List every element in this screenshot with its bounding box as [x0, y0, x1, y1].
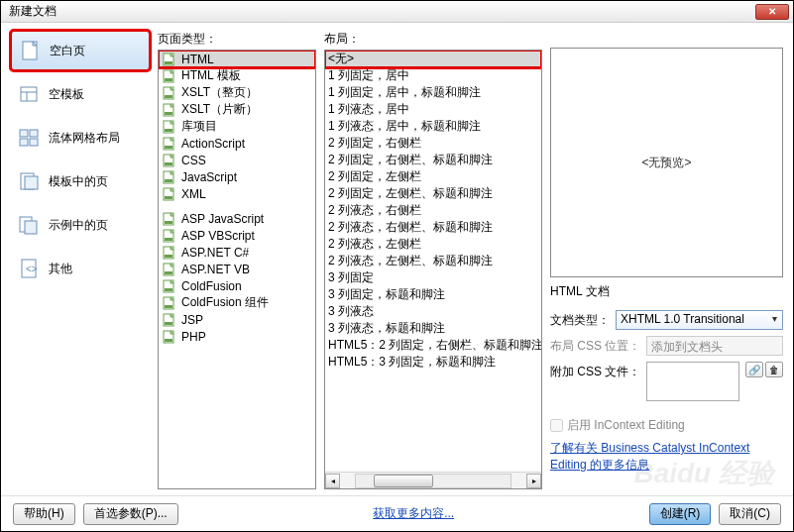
nav-fluid-grid[interactable]: 流体网格布局: [11, 118, 150, 158]
layout-item[interactable]: 3 列固定: [325, 269, 541, 286]
nav-blank-page[interactable]: 空白页: [11, 31, 150, 70]
page-type-item[interactable]: ColdFusion: [159, 277, 315, 294]
nav-example-page[interactable]: 示例中的页: [11, 205, 150, 245]
page-type-item[interactable]: ASP VBScript: [159, 227, 315, 244]
layout-item[interactable]: 2 列固定，右侧栏、标题和脚注: [325, 152, 541, 168]
new-document-dialog: 新建文档 ✕ 空白页 空模板 流体网格布局: [0, 0, 794, 532]
scroll-left-arrow[interactable]: ◂: [325, 474, 340, 488]
layout-item-label: HTML5：2 列固定，右侧栏、标题和脚注: [328, 337, 541, 354]
layout-list[interactable]: <无>1 列固定，居中1 列固定，居中，标题和脚注1 列液态，居中1 列液态，居…: [324, 50, 542, 489]
layout-item[interactable]: 1 列固定，居中: [325, 67, 541, 84]
layout-item[interactable]: 1 列液态，居中，标题和脚注: [325, 118, 541, 135]
svg-rect-27: [165, 162, 172, 165]
layout-item[interactable]: 2 列液态，右侧栏、标题和脚注: [325, 219, 541, 236]
preview-desc: HTML 文档: [550, 277, 783, 310]
nav-other[interactable]: <> 其他: [11, 249, 150, 288]
layout-item[interactable]: 2 列液态，左侧栏、标题和脚注: [325, 253, 541, 269]
scroll-track[interactable]: [355, 474, 511, 488]
page-type-item[interactable]: ASP.NET VB: [159, 261, 315, 277]
page-type-item[interactable]: XML: [159, 185, 315, 202]
enable-ice-checkbox: [550, 419, 563, 432]
page-type-item-label: ActionScript: [181, 137, 245, 151]
svg-rect-25: [165, 146, 172, 149]
svg-rect-15: [165, 61, 172, 64]
svg-rect-29: [165, 179, 172, 182]
page-type-item[interactable]: HTML 模板: [159, 67, 315, 84]
page-type-item[interactable]: PHP: [159, 328, 315, 345]
svg-rect-45: [165, 322, 172, 325]
layout-item-label: 3 列液态，标题和脚注: [328, 320, 445, 337]
attach-row: 附加 CSS 文件： 🔗 🗑: [550, 362, 783, 401]
layout-item[interactable]: 2 列固定，左侧栏、标题和脚注: [325, 185, 541, 202]
ice-info-link[interactable]: 了解有关 Business Catalyst InContext Editing…: [550, 440, 783, 474]
page-type-list[interactable]: HTMLHTML 模板XSLT（整页）XSLT（片断）库项目ActionScri…: [158, 50, 316, 489]
nav-label: 模板中的页: [49, 173, 108, 190]
layout-hscrollbar[interactable]: ◂ ▸: [325, 472, 541, 488]
layout-item[interactable]: HTML5：2 列固定，右侧栏、标题和脚注: [325, 337, 541, 354]
cancel-button[interactable]: 取消(C): [719, 503, 781, 525]
svg-rect-37: [165, 255, 172, 258]
layout-item[interactable]: 3 列液态，标题和脚注: [325, 320, 541, 337]
layout-header: 布局：: [324, 31, 542, 50]
template-page-icon: [17, 169, 41, 193]
close-button[interactable]: ✕: [755, 4, 789, 20]
layout-item[interactable]: HTML5：3 列固定，标题和脚注: [325, 354, 541, 371]
nav-label: 空白页: [50, 43, 85, 59]
svg-rect-41: [165, 288, 172, 291]
svg-rect-17: [165, 78, 172, 81]
page-type-item[interactable]: ASP JavaScript: [159, 210, 315, 227]
page-type-item[interactable]: JavaScript: [159, 168, 315, 185]
layout-item[interactable]: 3 列液态: [325, 303, 541, 320]
blank-page-icon: [18, 39, 42, 62]
layout-item[interactable]: 2 列固定，左侧栏: [325, 168, 541, 185]
nav-blank-template[interactable]: 空模板: [11, 74, 150, 114]
prefs-button[interactable]: 首选参数(P)...: [83, 503, 178, 525]
page-type-item[interactable]: ASP.NET C#: [159, 244, 315, 261]
page-type-item[interactable]: CSS: [159, 152, 315, 168]
remove-css-button[interactable]: 🗑: [765, 362, 783, 377]
page-type-item[interactable]: HTML: [159, 51, 315, 67]
right-panel: <无预览> HTML 文档 文档类型： XHTML 1.0 Transition…: [550, 31, 783, 489]
ice-row: 启用 InContext Editing: [550, 417, 783, 434]
attach-css-list[interactable]: [646, 362, 739, 401]
svg-rect-43: [165, 305, 172, 308]
nav-label: 示例中的页: [49, 217, 108, 234]
layout-item-label: 1 列固定，居中，标题和脚注: [328, 84, 481, 101]
page-type-item[interactable]: ColdFusion 组件: [159, 294, 315, 311]
get-more-link[interactable]: 获取更多内容...: [186, 505, 641, 522]
svg-rect-7: [30, 139, 38, 146]
help-button[interactable]: 帮助(H): [13, 503, 75, 525]
page-type-item-label: HTML 模板: [181, 67, 241, 84]
csspos-label: 布局 CSS 位置：: [550, 338, 640, 355]
page-type-item[interactable]: ActionScript: [159, 135, 315, 152]
layout-item[interactable]: 1 列液态，居中: [325, 101, 541, 118]
page-type-column: 页面类型： HTMLHTML 模板XSLT（整页）XSLT（片断）库项目Acti…: [158, 31, 316, 489]
scroll-right-arrow[interactable]: ▸: [526, 474, 541, 488]
layout-item-label: 1 列液态，居中: [328, 101, 409, 118]
layout-item-label: 3 列固定: [328, 269, 374, 286]
create-button[interactable]: 创建(R): [649, 503, 712, 525]
window-title: 新建文档: [9, 3, 755, 20]
page-type-item[interactable]: JSP: [159, 311, 315, 328]
scroll-thumb[interactable]: [374, 475, 433, 487]
nav-label: 其他: [49, 261, 72, 277]
page-type-item[interactable]: XSLT（整页）: [159, 84, 315, 101]
layout-item[interactable]: 1 列固定，居中，标题和脚注: [325, 84, 541, 101]
svg-text:<>: <>: [26, 264, 38, 274]
layout-item-label: 2 列固定，左侧栏、标题和脚注: [328, 185, 493, 202]
page-type-item-label: HTML: [181, 53, 214, 66]
nav-template-page[interactable]: 模板中的页: [11, 161, 150, 201]
layout-item[interactable]: 2 列液态，右侧栏: [325, 202, 541, 219]
layout-item[interactable]: 2 列液态，左侧栏: [325, 236, 541, 253]
doctype-select[interactable]: XHTML 1.0 Transitional: [616, 310, 783, 330]
page-type-item[interactable]: XSLT（片断）: [159, 101, 315, 118]
page-type-item-label: XSLT（整页）: [181, 84, 258, 101]
layout-item-label: 1 列液态，居中，标题和脚注: [328, 118, 481, 135]
layout-item[interactable]: 2 列固定，右侧栏: [325, 135, 541, 152]
svg-rect-9: [25, 176, 38, 189]
link-css-button[interactable]: 🔗: [745, 362, 763, 377]
preview-box: <无预览>: [550, 48, 783, 277]
layout-item[interactable]: 3 列固定，标题和脚注: [325, 286, 541, 303]
page-type-item[interactable]: 库项目: [159, 118, 315, 135]
layout-item[interactable]: <无>: [325, 51, 541, 67]
